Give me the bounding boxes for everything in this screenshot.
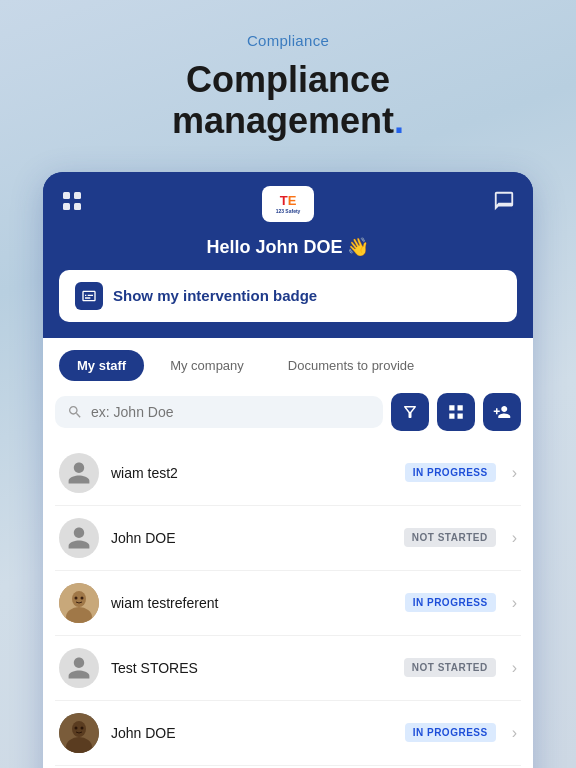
svg-point-13 [81, 726, 84, 729]
staff-item-2[interactable]: John DOE NOT STARTED › [55, 506, 521, 571]
filter-button[interactable] [391, 393, 429, 431]
tabs-container: My staff My company Documents to provide [43, 338, 533, 389]
staff-name-5: John DOE [111, 725, 393, 741]
staff-name-2: John DOE [111, 530, 392, 546]
chevron-4: › [512, 659, 517, 677]
tab-documents[interactable]: Documents to provide [270, 350, 432, 381]
greeting-text: Hello John DOE 👋 [43, 232, 533, 270]
logo-safety: 123 Safety [276, 208, 301, 214]
search-row [43, 389, 533, 441]
add-user-button[interactable] [483, 393, 521, 431]
card-header: TE 123 Safety [43, 172, 533, 232]
staff-item-1[interactable]: wiam test2 IN PROGRESS › [55, 441, 521, 506]
staff-item-3[interactable]: wiam testreferent IN PROGRESS › [55, 571, 521, 636]
svg-point-8 [81, 596, 84, 599]
logo-box: TE 123 Safety [262, 186, 314, 222]
staff-item-5[interactable]: John DOE IN PROGRESS › [55, 701, 521, 766]
search-input[interactable] [91, 404, 371, 420]
svg-point-10 [72, 721, 86, 737]
svg-rect-1 [74, 192, 81, 199]
tab-my-company[interactable]: My company [152, 350, 262, 381]
add-user-icon [493, 403, 511, 421]
chevron-5: › [512, 724, 517, 742]
status-badge-1: IN PROGRESS [405, 463, 496, 482]
avatar-2 [59, 518, 99, 558]
filter-icon [401, 403, 419, 421]
staff-list: wiam test2 IN PROGRESS › John DOE NOT ST… [43, 441, 533, 768]
chevron-2: › [512, 529, 517, 547]
status-badge-2: NOT STARTED [404, 528, 496, 547]
show-badge-button[interactable]: Show my intervention badge [59, 270, 517, 322]
grid-view-icon [447, 403, 465, 421]
main-title: Compliance management. [172, 59, 404, 142]
badge-btn-label: Show my intervention badge [113, 287, 317, 304]
avatar-1 [59, 453, 99, 493]
content-area: My staff My company Documents to provide [43, 338, 533, 768]
chevron-3: › [512, 594, 517, 612]
logo-area: TE 123 Safety [262, 186, 314, 222]
svg-point-12 [75, 726, 78, 729]
tab-my-staff[interactable]: My staff [59, 350, 144, 381]
staff-name-3: wiam testreferent [111, 595, 393, 611]
status-badge-5: IN PROGRESS [405, 723, 496, 742]
status-badge-3: IN PROGRESS [405, 593, 496, 612]
svg-point-5 [72, 591, 86, 607]
staff-name-4: Test STORES [111, 660, 392, 676]
search-icon [67, 404, 83, 420]
svg-rect-0 [63, 192, 70, 199]
svg-point-7 [75, 596, 78, 599]
svg-rect-2 [63, 203, 70, 210]
avatar-4 [59, 648, 99, 688]
logo-te: TE [280, 194, 297, 207]
top-label: Compliance [247, 32, 329, 49]
status-badge-4: NOT STARTED [404, 658, 496, 677]
staff-item-4[interactable]: Test STORES NOT STARTED › [55, 636, 521, 701]
avatar-3 [59, 583, 99, 623]
app-card: TE 123 Safety Hello John DOE 👋 Show my [43, 172, 533, 768]
badge-icon [75, 282, 103, 310]
avatar-5 [59, 713, 99, 753]
chevron-1: › [512, 464, 517, 482]
grid-icon [61, 190, 83, 217]
search-box [55, 396, 383, 428]
svg-rect-3 [74, 203, 81, 210]
staff-name-1: wiam test2 [111, 465, 393, 481]
chat-icon[interactable] [493, 190, 515, 217]
grid-view-button[interactable] [437, 393, 475, 431]
